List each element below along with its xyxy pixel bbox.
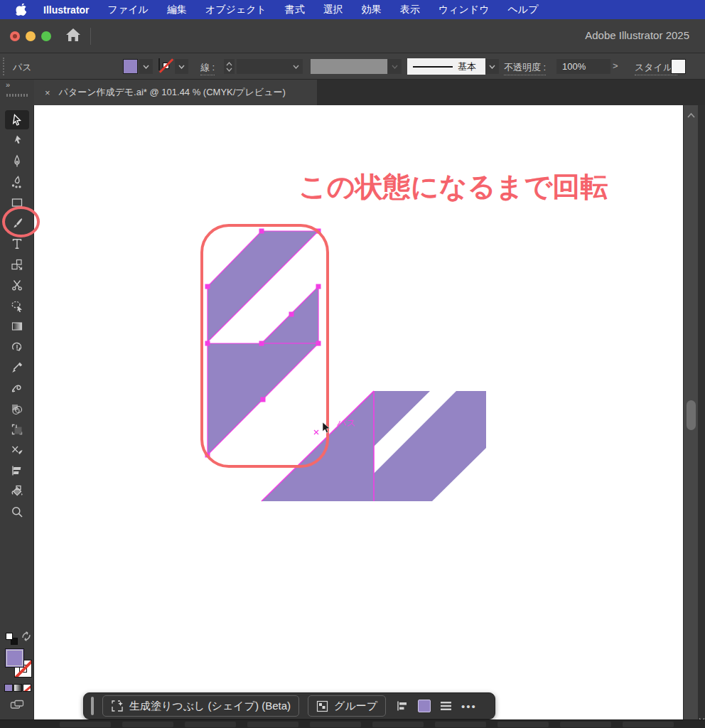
brush-definition-field[interactable]: [311, 59, 387, 74]
stroke-color-swatch[interactable]: [158, 58, 160, 70]
chevron-down-icon: [226, 68, 232, 72]
smart-guide-label: パス: [337, 417, 356, 429]
dock-app-tile[interactable]: [310, 722, 361, 727]
tool-lasso[interactable]: [0, 295, 34, 316]
tool-rectangle[interactable]: [0, 192, 34, 213]
menu-item-file[interactable]: ファイル: [108, 4, 149, 16]
opacity-field[interactable]: 100%: [556, 59, 610, 74]
stroke-weight-dropdown[interactable]: [289, 59, 303, 74]
default-fill-stroke-icon[interactable]: [6, 633, 18, 645]
tool-pen[interactable]: [0, 151, 34, 171]
home-icon[interactable]: [65, 28, 81, 45]
close-window-button[interactable]: [10, 31, 20, 41]
default-fill-chip: [6, 633, 13, 640]
direct-selection-arrow-icon: [15, 135, 21, 144]
tool-type[interactable]: [0, 233, 34, 254]
tool-shape-builder[interactable]: [0, 398, 34, 419]
dock-app-tile[interactable]: [247, 722, 298, 727]
apple-menu-icon[interactable]: [16, 4, 26, 16]
macos-dock[interactable]: [0, 719, 705, 728]
tool-paintbrush[interactable]: [0, 213, 34, 233]
brush-definition-dropdown[interactable]: [388, 59, 402, 74]
group-icon: [316, 700, 328, 712]
stroke-weight-stepper[interactable]: [224, 59, 235, 74]
tool-direct-selection[interactable]: [0, 130, 34, 151]
menu-lines-icon[interactable]: [440, 701, 452, 711]
style-swatch[interactable]: [671, 59, 686, 74]
main-area: ••• この状態になるまで回転: [0, 105, 705, 719]
stroke-style-value: 基本: [458, 60, 476, 73]
tool-align[interactable]: [0, 460, 34, 481]
stroke-weight-field[interactable]: [237, 59, 289, 74]
stroke-weight-label[interactable]: 線 :: [200, 61, 215, 75]
tool-artboard[interactable]: [0, 419, 34, 439]
align-icon[interactable]: [396, 700, 409, 712]
control-bar-grip[interactable]: [3, 58, 5, 75]
task-bar-fill-swatch[interactable]: [418, 700, 431, 712]
dock-app-tile[interactable]: [560, 722, 611, 727]
tab-close-icon[interactable]: ×: [45, 87, 50, 98]
scrollbar-thumb[interactable]: [687, 400, 696, 430]
app-title: Adobe Illustrator 2025: [585, 29, 689, 41]
tool-selection[interactable]: [0, 109, 34, 130]
opacity-more-button[interactable]: >: [613, 60, 618, 71]
dock-app-tile[interactable]: [60, 722, 111, 727]
fill-color-indicator[interactable]: [5, 648, 24, 668]
dock-app-tile[interactable]: [185, 722, 236, 727]
tool-width[interactable]: [0, 378, 34, 398]
tool-curvature[interactable]: [0, 171, 34, 192]
menu-item-illustrator[interactable]: Illustrator: [43, 4, 90, 16]
expand-toolbar-icon[interactable]: »: [6, 80, 9, 89]
minimize-window-button[interactable]: [26, 31, 36, 41]
opacity-label[interactable]: 不透明度 :: [504, 61, 546, 75]
fill-color-dropdown[interactable]: [139, 59, 153, 74]
stroke-style-dropdown[interactable]: 基本: [407, 58, 485, 75]
menu-item-object[interactable]: オブジェクト: [205, 4, 267, 16]
dock-app-tile[interactable]: [122, 722, 173, 727]
dock-app-tile[interactable]: [372, 722, 424, 727]
cursor-arrow: [322, 422, 332, 437]
none-mode-button[interactable]: [23, 684, 31, 692]
tool-live-paint[interactable]: [0, 481, 34, 501]
draw-mode-button[interactable]: [10, 700, 24, 714]
chevron-down-icon: [392, 65, 398, 69]
menu-item-view[interactable]: 表示: [400, 4, 420, 16]
dock-app-tile[interactable]: [497, 722, 549, 727]
selection-type-label: パス: [13, 61, 32, 74]
stroke-style-preview-line: [413, 66, 453, 68]
toolbar-grip[interactable]: [6, 94, 28, 97]
tool-scissors[interactable]: [0, 274, 34, 295]
tool-gradient[interactable]: [0, 316, 34, 336]
tool-free-transform[interactable]: [0, 254, 34, 274]
generative-fill-button[interactable]: 生成塗りつぶし (シェイプ) (Beta): [102, 695, 299, 717]
vertical-scrollbar[interactable]: [683, 105, 698, 719]
menu-item-effect[interactable]: 効果: [362, 4, 382, 16]
task-bar-more-icon[interactable]: •••: [461, 700, 477, 712]
panel-dock-edge[interactable]: [698, 105, 705, 719]
zoom-window-button[interactable]: [41, 31, 51, 41]
swap-fill-stroke-icon[interactable]: [21, 631, 31, 644]
chevron-up-icon: [226, 62, 232, 66]
menu-item-select[interactable]: 選択: [323, 4, 343, 16]
task-bar-grip[interactable]: [91, 697, 94, 715]
color-mode-button[interactable]: [4, 684, 13, 692]
dock-app-tile[interactable]: [435, 722, 486, 727]
tool-eyedropper[interactable]: [0, 357, 34, 378]
menu-item-help[interactable]: ヘルプ: [508, 4, 539, 16]
chevron-down-icon: [143, 65, 149, 69]
stroke-color-dropdown[interactable]: [175, 59, 188, 74]
fill-color-swatch[interactable]: [123, 59, 138, 74]
tool-zoom[interactable]: [0, 501, 34, 522]
menu-item-type[interactable]: 書式: [285, 4, 305, 16]
tool-rotate[interactable]: [0, 336, 34, 357]
stroke-style-chevron[interactable]: [485, 59, 499, 74]
gradient-mode-button[interactable]: [14, 684, 22, 692]
group-button[interactable]: グループ: [308, 695, 386, 717]
tool-trim[interactable]: [0, 439, 34, 460]
document-tab[interactable]: × パターン作成デモ.ai* @ 101.44 % (CMYK/プレビュー): [34, 80, 317, 105]
scroll-up-icon[interactable]: [687, 109, 696, 122]
artboard-canvas[interactable]: この状態になるまで回転: [34, 105, 683, 719]
dock-app-tile[interactable]: [623, 722, 674, 727]
menu-item-window[interactable]: ウィンドウ: [438, 4, 490, 16]
menu-item-edit[interactable]: 編集: [167, 4, 187, 16]
